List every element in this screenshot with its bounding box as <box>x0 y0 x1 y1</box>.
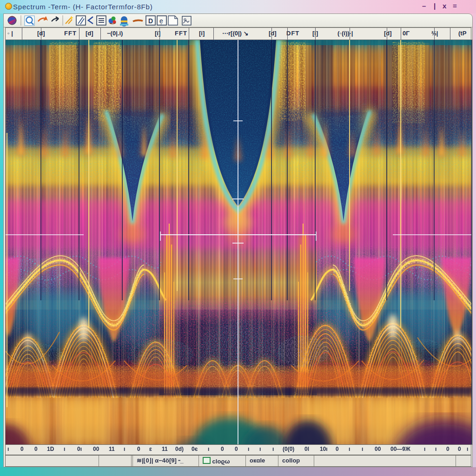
svg-text:e̜: e̜ <box>159 17 163 25</box>
svg-text:D: D <box>148 17 153 25</box>
